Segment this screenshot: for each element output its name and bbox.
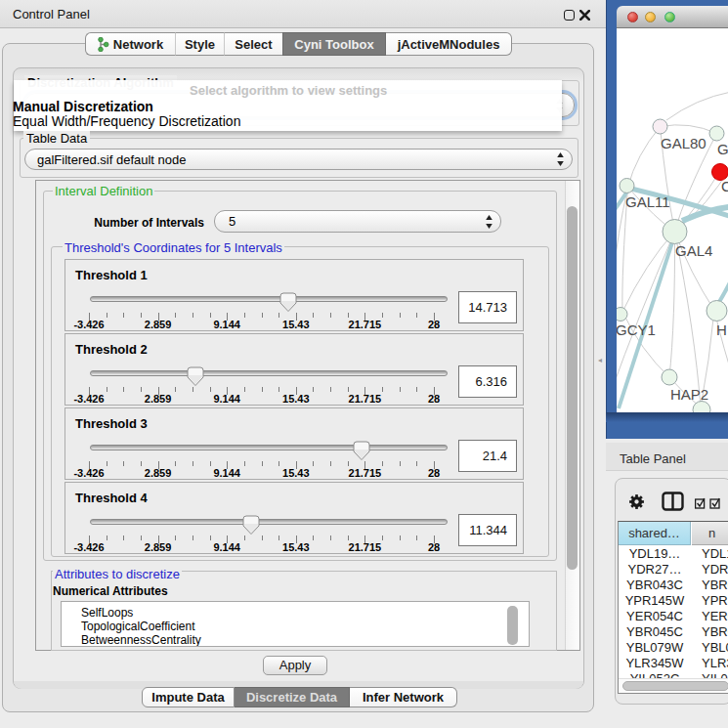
svg-text:GAL11: GAL11 <box>625 193 670 210</box>
svg-text:H: H <box>716 321 727 338</box>
svg-text:GA: GA <box>717 141 728 157</box>
svg-text:GCY1: GCY1 <box>617 321 656 338</box>
svg-text:HAP2: HAP2 <box>670 386 708 403</box>
svg-text:GAL80: GAL80 <box>661 135 707 151</box>
svg-text:C: C <box>721 178 728 194</box>
svg-text:GAL4: GAL4 <box>675 242 712 259</box>
